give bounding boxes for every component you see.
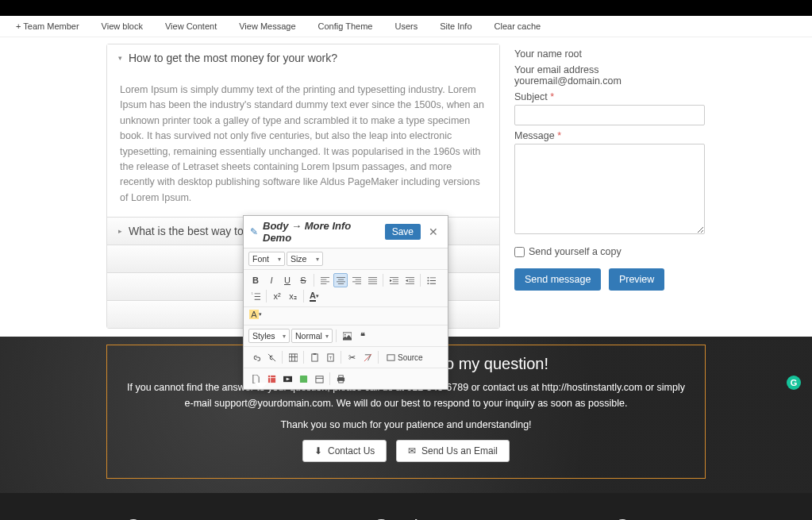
source-button[interactable]: Source [382,350,428,364]
editor-title: Body → More Info Demo [263,220,380,244]
wysiwyg-editor-popover: ✎ Body → More Info Demo Save ✕ Font Size… [243,215,448,390]
size-select[interactable]: Size [287,252,323,266]
menu-view-content[interactable]: View Content [156,16,226,37]
top-black-bar [0,0,812,16]
main-container: ▾ How to get the most money for your wor… [106,37,706,329]
svg-text:T: T [329,356,332,360]
toolbar-row-1: Font Size [244,248,448,270]
name-label: Your name root [514,48,705,60]
new-page-button[interactable] [248,372,263,386]
underline-button[interactable]: U [280,273,294,287]
bold-button[interactable]: B [248,273,263,287]
align-left-button[interactable] [317,273,332,287]
link-button[interactable] [248,350,263,364]
svg-rect-18 [338,380,343,383]
caret-right-icon: ▸ [118,227,122,235]
envelope-icon: ✉ [408,445,416,456]
footer-company-title: Company [126,515,208,520]
faq-question-1: How to get the most money for your work? [129,52,337,64]
message-label: Message * [514,130,705,141]
table-button[interactable] [286,350,300,364]
contact-form: Your name root Your email address yourem… [514,44,705,291]
footer-company: Company About Us Team Members Contact Us… [126,515,208,520]
remove-format-button[interactable] [360,350,375,364]
toolbar-row-2b: A▾ [244,307,448,325]
caret-down-icon: ▾ [118,54,122,62]
svg-rect-17 [338,375,343,377]
media-button[interactable] [280,372,294,386]
templates-button[interactable] [264,372,279,386]
number-list-button[interactable]: 1 [248,289,263,303]
toolbar-row-5 [244,368,448,389]
email-label: Your email address youremail@domain.com [514,64,705,87]
paste-button[interactable] [307,350,321,364]
send-copy-label: Send yourself a copy [529,246,622,257]
toolbar-row-4: T ✂ Source [244,347,448,368]
preview-button[interactable]: Preview [609,268,664,291]
subject-input[interactable] [514,105,705,125]
svg-rect-11 [387,354,394,360]
subscript-button[interactable]: x₂ [286,289,300,303]
pencil-icon: ✎ [250,226,258,237]
menu-view-message[interactable]: View Message [229,16,305,37]
calendar-button[interactable] [312,372,326,386]
footer-connect: Connect ➕Google+ fFacebook 🐦Twitter ✉Ema… [615,515,686,520]
menu-team-member[interactable]: + Team Member [6,16,89,37]
unlink-button[interactable] [264,350,279,364]
download-icon: ⬇ [314,445,322,456]
svg-point-1 [427,279,429,281]
svg-point-5 [344,333,345,335]
indent-left-button[interactable] [387,273,401,287]
svg-text:1: 1 [252,292,253,295]
editor-save-button[interactable]: Save [385,224,421,240]
svg-point-0 [427,276,429,278]
print-button[interactable] [333,372,348,386]
menu-config-theme[interactable]: Config Theme [309,16,383,37]
blockquote-button[interactable]: ❝ [356,329,370,343]
editor-close-button[interactable]: ✕ [425,225,441,238]
footer-services-title: Services [362,515,461,520]
format-select[interactable]: Normal [291,329,333,343]
cta-contact-button[interactable]: ⬇ Contact Us [302,440,387,462]
faq-header-1[interactable]: ▾ How to get the most money for your wor… [107,44,499,71]
text-color-button[interactable]: A▾ [307,289,321,303]
bg-color-button[interactable]: A▾ [248,307,263,322]
message-textarea[interactable] [514,144,705,234]
subject-label: Subject * [514,91,705,102]
menu-clear-cache[interactable]: Clear cache [485,16,551,37]
menu-view-block[interactable]: View block [92,16,152,37]
send-copy-checkbox[interactable] [514,247,525,257]
cut-button[interactable]: ✂ [344,350,359,364]
paste-text-button[interactable]: T [323,350,337,364]
footer-services: Services Heathly Lawn Analysis Weed Cont… [362,515,461,520]
svg-point-2 [427,283,429,284]
send-message-button[interactable]: Send message [514,268,601,291]
menu-site-info[interactable]: Site Info [430,16,481,37]
superscript-button[interactable]: x² [270,289,284,303]
admin-menu: + Team Member View block View Content Vi… [0,16,812,37]
cta-thanks: Thank you so much for your patience and … [126,419,686,430]
styles-select[interactable]: Styles [248,329,290,343]
toolbar-row-3: Styles Normal ❝ [244,325,448,347]
site-footer: Company About Us Team Members Contact Us… [0,493,812,520]
save-draft-button[interactable] [296,372,310,386]
svg-rect-7 [311,353,317,360]
toolbar-row-2: B I U S 1 x² x₂ A▾ [244,270,448,307]
menu-users[interactable]: Users [385,16,427,37]
align-right-button[interactable] [349,273,364,287]
svg-rect-12 [267,375,275,382]
italic-button[interactable]: I [264,273,279,287]
svg-rect-8 [313,353,316,355]
grammarly-badge-icon[interactable]: G [787,376,801,390]
bullet-list-button[interactable] [424,273,438,287]
indent-right-button[interactable] [402,273,417,287]
footer-connect-title: Connect [615,515,686,520]
strike-button[interactable]: S [296,273,310,287]
svg-rect-15 [315,376,322,382]
svg-rect-14 [299,375,306,382]
align-center-button[interactable] [333,273,348,287]
image-button[interactable] [340,329,354,343]
align-justify-button[interactable] [365,273,379,287]
font-select[interactable]: Font [248,252,285,266]
cta-email-button[interactable]: ✉ Send Us an Email [396,440,510,462]
